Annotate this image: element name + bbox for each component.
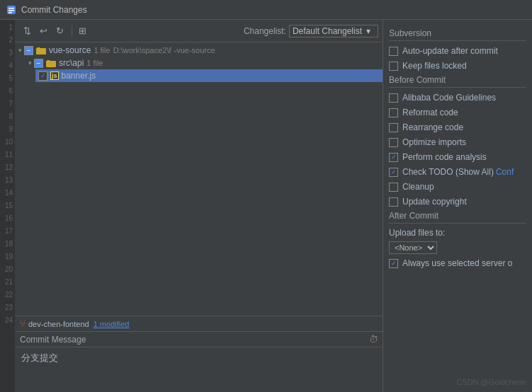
changelist-label: Changelist: [244, 26, 286, 36]
checkbox-perform[interactable] [389, 153, 398, 162]
svg-rect-2 [9, 10, 14, 11]
label-copyright: Update copyright [402, 197, 467, 207]
label-always-server: Always use selected server o [402, 258, 512, 268]
checkbox-always-server[interactable] [389, 259, 398, 268]
toolbar-separator [72, 25, 72, 37]
watermark: CSDN @Goldchenn [456, 378, 526, 386]
checkbox-keep-locked[interactable] [389, 62, 398, 71]
option-alibaba: Alibaba Code Guidelines [389, 92, 526, 103]
upload-label: Upload files to: [389, 228, 445, 238]
label-reformat: Reformat code [402, 108, 458, 117]
commit-message-input[interactable]: 分支提交 [16, 347, 383, 390]
root-label: vue-source [49, 45, 91, 55]
banner-label: banner.js [62, 71, 96, 81]
checkbox-api[interactable] [34, 59, 43, 68]
group-button[interactable]: ⊞ [75, 24, 89, 38]
label-rearrange: Rearrange code [402, 122, 463, 132]
checkbox-todo[interactable] [389, 168, 398, 177]
checkbox-reformat[interactable] [389, 108, 398, 117]
conf-link[interactable]: Conf [496, 167, 514, 177]
commit-message-label: Commit Message [20, 335, 86, 345]
bottom-bar: ⑂ dev-chen-fontend 1 modified [16, 316, 383, 331]
commit-icon [6, 4, 17, 16]
checkbox-auto-update[interactable] [389, 47, 398, 56]
before-commit-title: Before Commit [389, 75, 526, 88]
label-keep-locked: Keep files locked [402, 61, 467, 71]
refresh-button[interactable]: ↻ [52, 24, 67, 38]
option-reformat: Reformat code [389, 107, 526, 118]
label-alibaba: Alibaba Code Guidelines [402, 93, 496, 103]
root-path: D:\work\space2\f [113, 46, 171, 54]
checkbox-copyright[interactable] [389, 197, 398, 207]
label-cleanup: Cleanup [402, 182, 434, 192]
branch-name: dev-chen-fontend [28, 320, 89, 328]
folder-icon [36, 46, 46, 54]
svg-rect-1 [9, 8, 14, 9]
tree-item-banner[interactable]: js banner.js [35, 69, 383, 82]
svg-rect-3 [9, 12, 12, 13]
commit-msg-clock-icon[interactable]: ⏱ [369, 334, 378, 345]
option-copyright: Update copyright [389, 196, 526, 207]
root-suffix: -vue-source [174, 46, 215, 54]
api-meta: 1 file [86, 59, 103, 67]
editor-gutter: 1 2 3 4 5 6 7 8 9 10 11 12 13 14 15 16 1… [0, 20, 16, 392]
after-commit-title: After Commit [389, 211, 526, 224]
option-rearrange: Rearrange code [389, 122, 526, 133]
title-bar: Commit Changes [0, 0, 532, 20]
right-panel: Subversion Auto-update after commit Keep… [383, 20, 532, 392]
upload-select-row: <None> [389, 241, 526, 254]
checkbox-rearrange[interactable] [389, 123, 398, 132]
option-cleanup: Cleanup [389, 181, 526, 192]
root-meta: 1 file [94, 46, 110, 54]
expand-arrow-api: ▾ [28, 59, 32, 67]
commit-message-header: Commit Message ⏱ [16, 332, 383, 347]
changelist-dropdown[interactable]: Default Changelist ▾ [289, 25, 378, 38]
title-bar-text: Commit Changes [21, 5, 87, 15]
subversion-title: Subversion [389, 28, 526, 41]
checkbox-root[interactable] [24, 46, 33, 55]
move-icon[interactable]: ⇅ [20, 24, 34, 38]
option-perform: Perform code analysis [389, 151, 526, 163]
option-optimize: Optimize imports [389, 137, 526, 148]
toolbar: ⇅ ↩ ↻ ⊞ Changelist: Default Changelist ▾ [16, 20, 383, 42]
upload-row: Upload files to: [389, 228, 526, 238]
expand-arrow: ▾ [18, 47, 22, 54]
checkbox-alibaba[interactable] [389, 93, 398, 103]
option-always-server: Always use selected server o [389, 258, 526, 269]
upload-select[interactable]: <None> [389, 241, 437, 254]
label-optimize: Optimize imports [402, 137, 466, 147]
branch-icon: ⑂ [20, 318, 26, 329]
option-auto-update: Auto-update after commit [389, 45, 526, 57]
commit-message-area: Commit Message ⏱ 分支提交 [16, 331, 383, 392]
tree-item-api[interactable]: ▾ src\api 1 file [26, 57, 383, 69]
option-keep-locked: Keep files locked [389, 60, 526, 71]
js-file-icon: js [50, 71, 59, 80]
tree-item-root[interactable]: ▾ vue-source 1 file D:\work\space2\f -vu… [16, 44, 383, 57]
label-todo: Check TODO (Show All) [402, 167, 494, 177]
api-label: src\api [59, 58, 84, 68]
file-tree[interactable]: ▾ vue-source 1 file D:\work\space2\f -vu… [16, 42, 383, 316]
folder-api-icon [46, 59, 56, 67]
label-perform: Perform code analysis [402, 152, 487, 162]
checkbox-banner[interactable] [38, 71, 47, 81]
option-todo: Check TODO (Show All) Conf [389, 166, 526, 178]
undo-button[interactable]: ↩ [36, 24, 50, 38]
checkbox-optimize[interactable] [389, 138, 398, 147]
checkbox-cleanup[interactable] [389, 183, 398, 192]
commit-panel: ⇅ ↩ ↻ ⊞ Changelist: Default Changelist ▾… [16, 20, 383, 392]
label-auto-update: Auto-update after commit [402, 46, 498, 56]
modified-count[interactable]: 1 modified [94, 320, 130, 328]
